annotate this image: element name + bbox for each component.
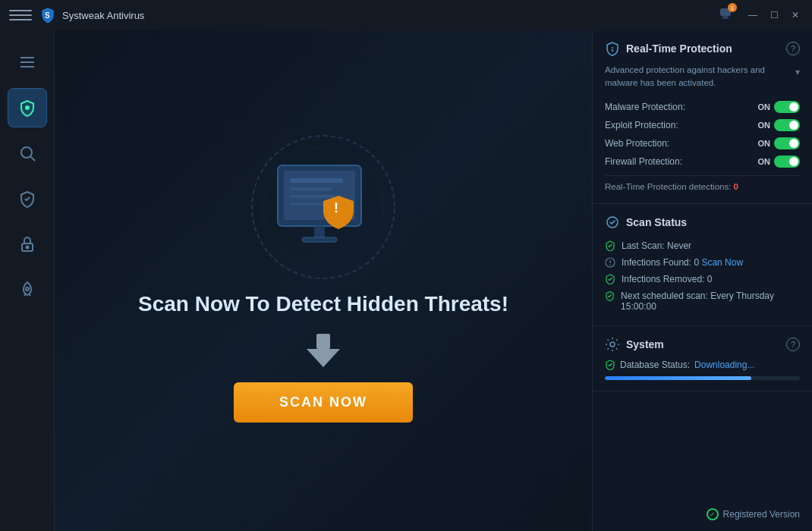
- app-title: Systweak Antivirus: [62, 10, 718, 21]
- close-button[interactable]: ✕: [788, 8, 803, 23]
- protection-toggle[interactable]: ON: [758, 119, 801, 131]
- shield-info-icon: [605, 41, 620, 56]
- protection-row: Exploit Protection: ON: [605, 116, 800, 134]
- rtp-header: Real-Time Protection ?: [605, 41, 800, 56]
- db-status-value: Downloading...: [694, 360, 754, 370]
- titlebar: S Systweak Antivirus 1 — ☐ ✕: [0, 0, 812, 30]
- protection-toggle[interactable]: ON: [758, 156, 801, 168]
- protection-label: Malware Protection:: [605, 102, 685, 112]
- sidebar: [0, 30, 55, 531]
- scan-status-title: Scan Status: [626, 216, 687, 228]
- infections-removed-icon: [605, 274, 615, 284]
- toggle-pill-icon: [774, 137, 800, 149]
- db-progress-bar: [605, 376, 800, 380]
- rtp-title-wrap: Real-Time Protection: [605, 41, 732, 56]
- svg-rect-18: [290, 195, 335, 198]
- svg-point-28: [609, 264, 611, 266]
- protection-row: Malware Protection: ON: [605, 98, 800, 116]
- svg-rect-2: [722, 16, 729, 19]
- real-time-protection-section: Real-Time Protection ? Advanced protecti…: [593, 30, 812, 204]
- toggle-pill-icon: [774, 119, 800, 131]
- protection-toggle[interactable]: ON: [758, 101, 801, 113]
- sidebar-item-protection[interactable]: [8, 88, 47, 127]
- protection-row: Firewall Protection: ON: [605, 152, 800, 171]
- hero-section: ! Scan Now To Detect Hidden Threats! SCA…: [138, 139, 508, 422]
- svg-point-7: [21, 147, 32, 158]
- svg-text:!: !: [334, 200, 338, 215]
- next-scan-icon: [605, 291, 615, 301]
- system-header: System ?: [605, 337, 800, 352]
- svg-point-29: [610, 342, 615, 347]
- infections-found-icon: [605, 257, 615, 268]
- rtp-detections: Real-Time Protection detections: 0: [605, 175, 800, 193]
- main-layout: ! Scan Now To Detect Hidden Threats! SCA…: [0, 30, 812, 531]
- scan-status-title-wrap: Scan Status: [605, 215, 687, 230]
- scan-now-button[interactable]: SCAN NOW: [234, 382, 413, 423]
- right-panel: Real-Time Protection ? Advanced protecti…: [592, 30, 812, 531]
- monitor-illustration: !: [247, 139, 399, 275]
- main-content: ! Scan Now To Detect Hidden Threats! SCA…: [55, 30, 592, 531]
- sidebar-item-scan[interactable]: [8, 134, 47, 173]
- registered-version-badge: ✓ Registered Version: [707, 508, 800, 520]
- svg-rect-21: [302, 237, 337, 242]
- scan-now-link[interactable]: Scan Now: [701, 257, 743, 268]
- db-progress-fill: [605, 376, 751, 380]
- svg-rect-17: [290, 187, 332, 190]
- svg-rect-16: [290, 178, 343, 183]
- rtp-title: Real-Time Protection: [626, 42, 732, 55]
- db-status-icon: [605, 360, 615, 370]
- infections-found-row: Infections Found: 0 Scan Now: [605, 254, 800, 271]
- sidebar-item-menu[interactable]: [8, 42, 47, 82]
- last-scan-icon: [605, 240, 615, 251]
- protection-rows: Malware Protection: ON Exploit Protectio…: [605, 98, 800, 171]
- scan-status-header: Scan Status: [605, 215, 800, 230]
- svg-point-11: [26, 287, 29, 291]
- svg-point-23: [612, 47, 613, 49]
- scan-status-icon: [605, 215, 620, 230]
- toggle-pill-icon: [774, 156, 800, 168]
- sidebar-item-privacy[interactable]: [8, 225, 47, 264]
- protection-label: Web Protection:: [605, 138, 669, 149]
- window-controls: — ☐ ✕: [745, 8, 803, 23]
- system-title-wrap: System: [605, 337, 664, 352]
- rtp-help-button[interactable]: ?: [786, 42, 800, 55]
- database-status-row: Database Status: Downloading...: [605, 360, 800, 370]
- system-gear-icon: [605, 337, 620, 352]
- monitor-svg: !: [263, 154, 384, 260]
- svg-line-13: [29, 294, 30, 296]
- svg-text:S: S: [45, 11, 50, 20]
- sidebar-item-optimizer[interactable]: [8, 270, 47, 309]
- sidebar-item-browsing[interactable]: [8, 179, 47, 218]
- protection-label: Firewall Protection:: [605, 156, 682, 167]
- protection-toggle[interactable]: ON: [758, 137, 801, 149]
- notification-bell[interactable]: 1: [718, 6, 733, 24]
- maximize-button[interactable]: ☐: [766, 8, 782, 23]
- last-scan-row: Last Scan: Never: [605, 237, 800, 254]
- protection-row: Web Protection: ON: [605, 134, 800, 152]
- system-section: System ? Database Status: Downloading...: [593, 326, 812, 391]
- svg-point-6: [25, 105, 30, 110]
- svg-point-10: [26, 247, 28, 249]
- minimize-button[interactable]: —: [745, 8, 760, 23]
- registered-check-icon: ✓: [707, 508, 719, 520]
- rtp-chevron-icon: ▾: [795, 65, 800, 79]
- menu-icon[interactable]: [9, 4, 32, 27]
- svg-line-8: [30, 157, 35, 162]
- footer: ✓ Registered Version: [593, 391, 812, 532]
- hero-headline: Scan Now To Detect Hidden Threats!: [138, 291, 508, 318]
- rtp-description: Advanced protection against hackers and …: [605, 64, 800, 90]
- scan-status-section: Scan Status Last Scan: Never: [593, 204, 812, 326]
- toggle-pill-icon: [774, 101, 800, 113]
- app-logo: S: [39, 7, 56, 24]
- svg-rect-19: [290, 203, 324, 206]
- system-title: System: [626, 338, 664, 350]
- infections-removed-row: Infections Removed: 0: [605, 271, 800, 287]
- svg-line-12: [24, 294, 26, 296]
- system-help-button[interactable]: ?: [786, 338, 800, 351]
- notification-badge: 1: [728, 3, 737, 12]
- protection-label: Exploit Protection:: [605, 120, 678, 130]
- next-scan-row: Next scheduled scan: Every Thursday 15:0…: [605, 287, 800, 315]
- arrow-indicator: [307, 334, 340, 367]
